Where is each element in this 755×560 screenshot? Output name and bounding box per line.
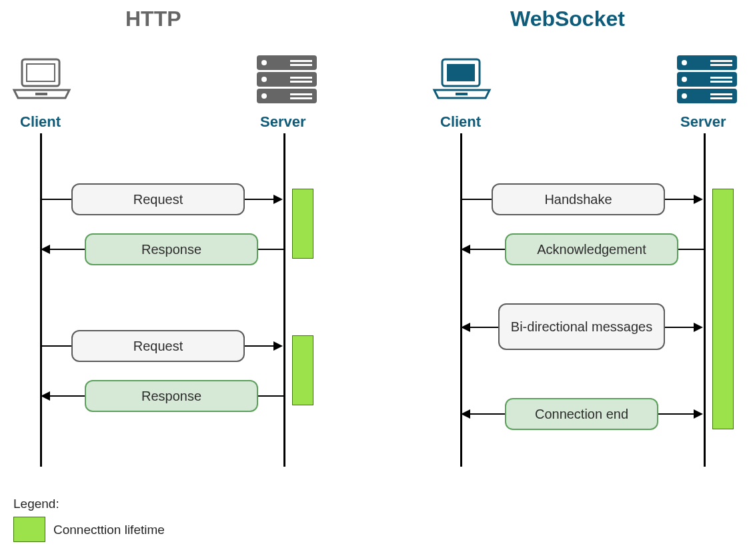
- websocket-title: WebSocket: [510, 7, 625, 31]
- client-label: Client: [440, 113, 481, 131]
- connection-lifetime: [292, 335, 313, 405]
- client-label: Client: [20, 113, 61, 131]
- bidirectional-box: Bi-directional messages: [498, 303, 665, 350]
- svg-rect-17: [456, 93, 468, 95]
- arrowhead-icon: [273, 195, 283, 204]
- svg-rect-9: [290, 60, 312, 62]
- legend-heading: Legend:: [13, 497, 59, 511]
- server-icon: [674, 53, 740, 109]
- svg-rect-1: [27, 64, 55, 81]
- server-label: Server: [680, 113, 726, 131]
- svg-rect-11: [290, 77, 312, 79]
- request-box: Request: [71, 183, 245, 215]
- arrowhead-icon: [694, 409, 703, 419]
- arrowhead-icon: [41, 245, 50, 254]
- arrowhead-icon: [694, 195, 703, 204]
- handshake-box: Handshake: [492, 183, 665, 215]
- svg-rect-16: [447, 64, 475, 81]
- connection-lifetime: [292, 189, 313, 259]
- svg-point-22: [682, 77, 687, 82]
- connection-lifetime: [712, 189, 734, 429]
- http-title: HTTP: [125, 7, 181, 31]
- svg-rect-25: [710, 64, 732, 66]
- arrowhead-icon: [461, 409, 470, 419]
- acknowledgement-box: Acknowledgement: [505, 233, 678, 265]
- svg-rect-10: [290, 64, 312, 66]
- svg-rect-24: [710, 60, 732, 62]
- svg-rect-14: [290, 97, 312, 99]
- arrowhead-icon: [694, 323, 703, 332]
- svg-rect-13: [290, 93, 312, 95]
- svg-rect-2: [35, 93, 47, 95]
- response-box: Response: [85, 380, 258, 412]
- legend-swatch-lifetime: [13, 517, 45, 542]
- connection-end-box: Connection end: [505, 398, 658, 430]
- svg-rect-26: [710, 77, 732, 79]
- arrowhead-icon: [41, 391, 50, 401]
- svg-rect-29: [710, 97, 732, 99]
- lifeline-http-client: [40, 133, 42, 467]
- svg-rect-28: [710, 93, 732, 95]
- lifeline-http-server: [283, 133, 285, 467]
- svg-point-6: [261, 60, 267, 65]
- legend-lifetime-label: Connecttion lifetime: [53, 523, 165, 537]
- svg-rect-27: [710, 81, 732, 83]
- svg-rect-12: [290, 81, 312, 83]
- server-label: Server: [260, 113, 306, 131]
- arrowhead-icon: [461, 323, 470, 332]
- svg-point-7: [261, 77, 267, 82]
- request-box: Request: [71, 330, 245, 362]
- lifeline-ws-server: [704, 133, 706, 467]
- response-box: Response: [85, 233, 258, 265]
- svg-point-23: [682, 93, 687, 99]
- svg-point-8: [261, 93, 267, 99]
- arrowhead-icon: [461, 245, 470, 254]
- arrowhead-icon: [273, 341, 283, 351]
- svg-point-21: [682, 60, 687, 65]
- server-icon: [253, 53, 320, 109]
- laptop-icon: [430, 57, 494, 106]
- laptop-icon: [10, 57, 73, 106]
